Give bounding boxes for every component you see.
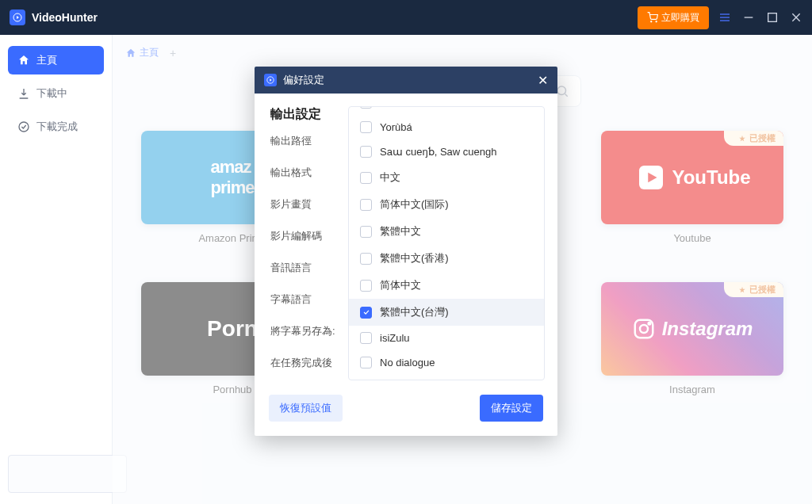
- settings-nav-audio-lang[interactable]: 音訊語言: [270, 261, 343, 275]
- language-option[interactable]: isiZulu: [349, 326, 544, 350]
- language-label: ייִדיש: [380, 107, 400, 109]
- language-option[interactable]: 简体中文: [349, 272, 544, 299]
- settings-nav: 輸出設定 輸出路徑 輸出格式 影片畫質 影片編解碼 音訊語言 字幕語言 將字幕另…: [270, 106, 343, 380]
- buy-now-button[interactable]: 立即購買: [638, 6, 709, 29]
- close-window-icon[interactable]: [790, 11, 802, 24]
- settings-nav-subtitle-save-as[interactable]: 將字幕另存為:: [270, 324, 343, 338]
- language-option[interactable]: Yorùbá: [349, 115, 544, 139]
- language-option[interactable]: 繁體中文(台灣): [349, 299, 544, 326]
- checkbox-icon[interactable]: [360, 199, 372, 211]
- settings-nav-output-path[interactable]: 輸出路徑: [270, 134, 343, 148]
- checkbox-icon[interactable]: [360, 121, 372, 133]
- svg-marker-20: [270, 78, 272, 81]
- svg-marker-1: [17, 16, 19, 19]
- language-label: Saɯ cueŋƅ, Saw cuengh: [380, 146, 496, 158]
- modal-logo-icon: [264, 74, 277, 86]
- language-option[interactable]: 繁體中文: [349, 218, 544, 245]
- checkbox-icon[interactable]: [360, 357, 372, 368]
- checkbox-icon[interactable]: [360, 280, 372, 292]
- buy-now-label: 立即購買: [661, 11, 699, 25]
- language-option[interactable]: 中文: [349, 164, 544, 191]
- preferences-modal: 偏好設定 ✕ 輸出設定 輸出路徑 輸出格式 影片畫質 影片編解碼 音訊語言 字幕…: [255, 67, 557, 436]
- language-label: 繁體中文(台灣): [380, 305, 449, 319]
- restore-defaults-button[interactable]: 恢復預設值: [269, 395, 343, 422]
- checkbox-icon[interactable]: [360, 146, 372, 158]
- svg-point-2: [651, 21, 652, 22]
- checkbox-icon[interactable]: [360, 307, 372, 319]
- checkbox-icon[interactable]: [360, 172, 372, 184]
- settings-nav-video-quality[interactable]: 影片畫質: [270, 197, 343, 212]
- checkbox-icon[interactable]: [360, 332, 372, 344]
- settings-section-title: 輸出設定: [270, 106, 343, 123]
- language-label: 繁體中文: [380, 224, 421, 239]
- language-label: 繁體中文(香港): [380, 251, 449, 265]
- language-list[interactable]: ייִדישYorùbáSaɯ cueŋƅ, Saw cuengh中文简体中文(…: [349, 107, 544, 380]
- language-option[interactable]: 繁體中文(香港): [349, 245, 544, 272]
- language-option[interactable]: Saɯ cueŋƅ, Saw cuengh: [349, 139, 544, 164]
- save-settings-button[interactable]: 儲存設定: [480, 395, 543, 422]
- app-logo-icon: [10, 10, 25, 25]
- language-option[interactable]: 简体中文(国际): [349, 191, 544, 218]
- modal-title: 偏好設定: [283, 73, 324, 87]
- language-label: No dialogue: [380, 357, 435, 368]
- language-label: 中文: [380, 170, 400, 185]
- checkbox-icon[interactable]: [360, 226, 372, 238]
- language-label: 简体中文(国际): [380, 197, 449, 212]
- app-name: VideoHunter: [32, 11, 98, 24]
- language-option[interactable]: ייִדיש: [349, 107, 544, 115]
- settings-nav-output-format[interactable]: 輸出格式: [270, 166, 343, 180]
- titlebar: VideoHunter 立即購買: [0, 0, 812, 35]
- language-list-panel: ייִדישYorùbáSaɯ cueŋƅ, Saw cuengh中文简体中文(…: [348, 106, 545, 380]
- hamburger-icon[interactable]: [718, 11, 731, 24]
- minimize-icon[interactable]: [742, 11, 755, 24]
- language-label: 简体中文: [380, 278, 421, 292]
- settings-nav-after-task[interactable]: 在任務完成後: [270, 356, 343, 370]
- checkbox-icon[interactable]: [360, 253, 372, 265]
- settings-nav-video-codec[interactable]: 影片編解碼: [270, 229, 343, 243]
- svg-point-3: [656, 21, 657, 22]
- checkbox-icon[interactable]: [360, 107, 372, 109]
- modal-backdrop: 偏好設定 ✕ 輸出設定 輸出路徑 輸出格式 影片畫質 影片編解碼 音訊語言 字幕…: [0, 35, 812, 504]
- language-label: isiZulu: [380, 332, 410, 344]
- modal-close-button[interactable]: ✕: [538, 73, 548, 88]
- modal-header: 偏好設定 ✕: [255, 67, 557, 94]
- svg-rect-8: [768, 13, 777, 22]
- language-label: Yorùbá: [380, 121, 412, 133]
- language-option[interactable]: No dialogue: [349, 350, 544, 375]
- maximize-icon[interactable]: [766, 11, 779, 24]
- settings-nav-subtitle-lang[interactable]: 字幕語言: [270, 292, 343, 307]
